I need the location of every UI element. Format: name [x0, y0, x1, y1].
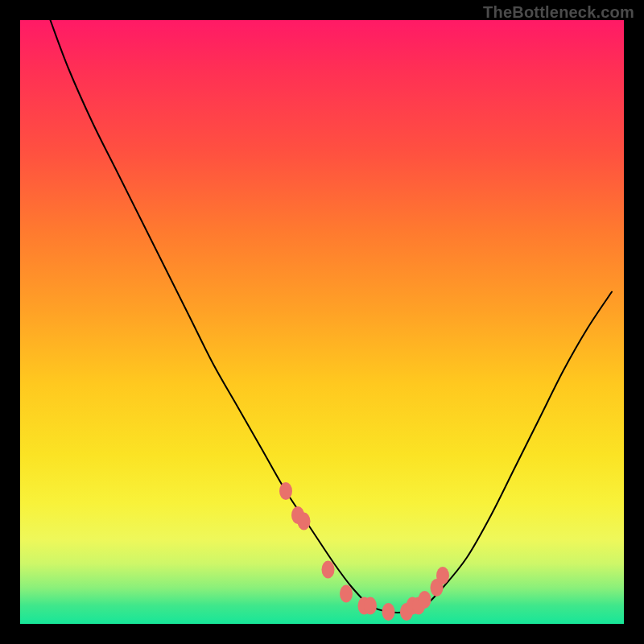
marker-point — [419, 591, 431, 609]
marker-point — [298, 513, 311, 530]
marker-point — [364, 597, 377, 615]
marker-point — [340, 585, 353, 603]
chart-svg — [20, 20, 624, 624]
marker-point — [436, 567, 449, 584]
marker-cluster — [279, 482, 449, 621]
watermark-text: TheBottleneck.com — [483, 3, 634, 22]
bottleneck-curve — [51, 20, 613, 613]
marker-point — [279, 482, 292, 500]
marker-point — [322, 561, 335, 579]
chart-plot-area — [20, 20, 624, 624]
marker-point — [382, 603, 395, 621]
chart-stage: TheBottleneck.com — [0, 0, 644, 644]
